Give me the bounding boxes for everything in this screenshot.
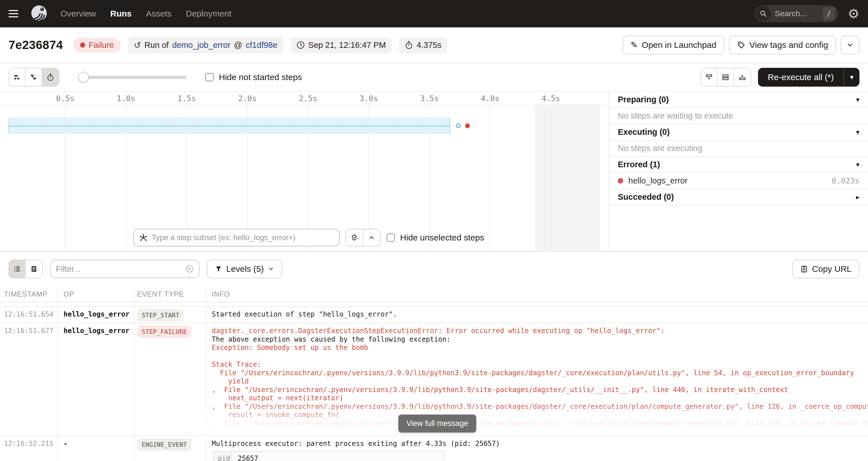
errored-step-row[interactable]: hello_logs_error 0.023s <box>609 173 868 189</box>
collapse-selector-button[interactable] <box>363 229 380 246</box>
view-full-message-button[interactable]: View full message <box>398 414 476 432</box>
clipboard-icon <box>800 265 808 273</box>
log-row-step-failure[interactable]: 12:16:51.677 hello_logs_error STEP_FAILU… <box>0 324 868 436</box>
col-header-event-type[interactable]: EVENT TYPE <box>134 290 206 298</box>
log-op-name[interactable]: hello_logs_error <box>64 310 129 318</box>
timed-view-button[interactable] <box>42 68 59 86</box>
split-panel-button[interactable] <box>717 68 734 86</box>
job-name-link[interactable]: demo_job_error <box>172 40 230 50</box>
logs-toolbar: Levels (5) Copy URL <box>0 252 868 286</box>
step-duration-dotline <box>9 126 450 126</box>
step-status-panel: Preparing (0) ▾ No steps are waiting to … <box>609 92 868 251</box>
search-shortcut-key: / <box>823 7 835 21</box>
waterfall-view-button[interactable] <box>26 68 42 86</box>
unstructured-logs-button[interactable] <box>9 260 26 278</box>
view-tags-config-button[interactable]: View tags and config <box>729 36 836 54</box>
gantt-bottom-controls: Hide unselected steps <box>133 229 484 246</box>
copy-url-button[interactable]: Copy URL <box>792 259 860 278</box>
section-caret-icon[interactable]: ▾ <box>856 96 860 104</box>
clipped-log-row <box>0 302 868 307</box>
hide-unselected-checkbox-row[interactable]: Hide unselected steps <box>386 233 484 243</box>
hide-unselected-checkbox[interactable] <box>386 233 395 242</box>
search-icon <box>756 6 771 21</box>
top-nav: Overview Runs Assets Deployment / ⚙ <box>0 0 868 27</box>
log-row-engine-event[interactable]: 12:16:52.215 - ENGINE_EVENT Multiprocess… <box>0 436 868 461</box>
reexecute-all-button[interactable]: Re-execute all (*) <box>758 68 843 87</box>
col-header-info[interactable]: INFO <box>206 290 868 298</box>
section-caret-icon[interactable]: ▾ <box>856 128 860 136</box>
layers-button[interactable] <box>346 229 363 246</box>
pencil-icon: ✎ <box>631 41 638 49</box>
step-subset-selector[interactable] <box>133 229 340 246</box>
nav-item-overview[interactable]: Overview <box>60 9 96 19</box>
event-metadata-table: pid 25657 <box>213 451 444 461</box>
gear-icon[interactable]: ⚙ <box>848 7 860 20</box>
split-panel-icon <box>721 73 730 81</box>
reexecute-split-button: Re-execute all (*) ▾ <box>758 68 860 87</box>
log-filter-input[interactable] <box>56 265 185 274</box>
step-marker-failure-icon[interactable] <box>465 123 470 128</box>
panel-section-errored[interactable]: Errored (1) ▾ <box>609 157 868 173</box>
log-op-name[interactable]: hello_logs_error <box>64 327 129 335</box>
log-row-step-start[interactable]: 12:16:51.654 hello_logs_error STEP_START… <box>0 307 868 324</box>
panel-section-succeeded[interactable]: Succeeded (0) ▸ <box>609 189 868 206</box>
levels-filter-button[interactable]: Levels (5) <box>207 259 282 278</box>
panel-expand-up-icon <box>738 73 746 81</box>
clear-filter-icon[interactable] <box>185 265 194 273</box>
axis-tick: 1.5s <box>177 94 196 103</box>
section-caret-icon[interactable]: ▾ <box>856 161 860 169</box>
panel-empty-preparing: No steps are waiting to execute <box>609 108 868 124</box>
expand-panel-button[interactable] <box>734 68 751 86</box>
error-dot-icon <box>618 178 623 183</box>
dagster-run-page: Overview Runs Assets Deployment / ⚙ 7e23… <box>0 0 868 461</box>
menu-icon[interactable] <box>8 10 18 18</box>
run-of-tag: ↺ Run of demo_job_error @ cf1df98e <box>128 37 283 54</box>
nav-item-assets[interactable]: Assets <box>146 9 172 19</box>
step-marker-open-icon[interactable] <box>456 123 461 128</box>
tag-icon <box>737 41 745 49</box>
axis-tick: 0.5s <box>56 94 74 103</box>
stopwatch-icon <box>405 41 413 49</box>
reexecute-dropdown-button[interactable]: ▾ <box>843 68 860 87</box>
event-type-chip: STEP_FAILURE <box>137 326 191 338</box>
axis-tick: 2.0s <box>238 94 256 103</box>
step-subset-input[interactable] <box>152 233 334 242</box>
snapshot-link[interactable]: cf1df98e <box>246 40 277 50</box>
failure-dot-icon <box>80 42 85 48</box>
hide-not-started-checkbox[interactable] <box>205 73 214 82</box>
gantt-toolbar: Hide not started steps Re-execute all (*… <box>0 63 868 91</box>
panel-empty-executing: No steps are executing <box>609 141 868 157</box>
header-more-button[interactable] <box>841 36 860 54</box>
history-icon: ↺ <box>134 40 141 50</box>
slider-track[interactable] <box>78 76 186 79</box>
panel-section-executing[interactable]: Executing (0) ▾ <box>609 124 868 141</box>
nav-links: Overview Runs Assets Deployment <box>60 9 231 19</box>
open-in-launchpad-button[interactable]: ✎ Open in Launchpad <box>623 36 724 54</box>
collapse-panel-button[interactable] <box>701 68 717 86</box>
logs-section: Levels (5) Copy URL TIMESTAMP OP EVENT T… <box>0 251 868 461</box>
layers-icon <box>350 234 358 242</box>
flat-view-icon <box>13 73 21 81</box>
flat-view-button[interactable] <box>9 68 26 86</box>
structured-logs-button[interactable] <box>26 260 42 278</box>
chevron-down-icon <box>268 266 274 272</box>
col-header-op[interactable]: OP <box>57 290 134 298</box>
gantt-step-bar[interactable] <box>8 117 450 134</box>
dagster-logo-icon[interactable] <box>30 5 48 23</box>
section-caret-icon[interactable]: ▸ <box>856 193 860 201</box>
panel-section-preparing[interactable]: Preparing (0) ▾ <box>609 92 868 108</box>
hide-not-started-checkbox-row[interactable]: Hide not started steps <box>205 72 302 82</box>
col-header-timestamp[interactable]: TIMESTAMP <box>0 290 57 298</box>
list-icon <box>13 265 21 273</box>
gantt-zoom-slider[interactable] <box>78 71 186 83</box>
search-input[interactable] <box>771 9 823 18</box>
chevron-down-icon <box>846 41 854 49</box>
event-type-chip: ENGINE_EVENT <box>137 438 191 451</box>
nav-item-runs[interactable]: Runs <box>110 9 132 19</box>
global-search[interactable]: / <box>755 5 838 22</box>
nav-item-deployment[interactable]: Deployment <box>186 9 231 19</box>
run-id-title: 7e236874 <box>8 38 63 52</box>
log-filter-field[interactable] <box>50 260 199 278</box>
slider-knob[interactable] <box>78 72 89 83</box>
axis-tick: 1.0s <box>117 94 135 103</box>
